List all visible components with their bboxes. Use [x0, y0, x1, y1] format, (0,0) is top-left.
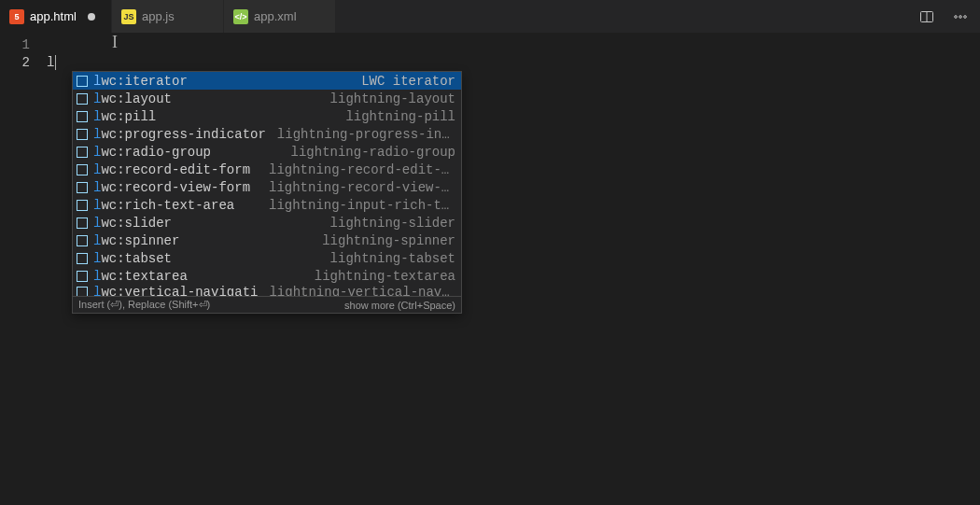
autocomplete-label: lwc:record-edit-form [93, 162, 250, 177]
autocomplete-label: lwc:tabset [93, 251, 172, 266]
autocomplete-detail: lightning-pill [345, 109, 455, 124]
tab-actions [907, 0, 980, 33]
autocomplete-hint-insert: Insert (⏎), Replace (Shift+⏎) [78, 299, 210, 311]
tab-app-xml[interactable]: </> app.xml [224, 0, 336, 33]
snippet-kind-icon [77, 164, 88, 175]
autocomplete-item[interactable]: lwc:rich-text-arealightning-input-rich-t… [73, 196, 461, 214]
snippet-kind-icon [77, 111, 88, 122]
code-line: lI [47, 54, 980, 72]
autocomplete-label: lwc:progress-indicator [93, 127, 266, 142]
autocomplete-detail: lightning-layout [330, 91, 455, 106]
text-cursor [55, 55, 56, 70]
autocomplete-item[interactable]: lwc:spinnerlightning-spinner [73, 231, 461, 249]
autocomplete-label: lwc:record-view-form [93, 180, 250, 195]
snippet-kind-icon [77, 182, 88, 193]
snippet-kind-icon [77, 200, 88, 211]
autocomplete-item[interactable]: lwc:tabsetlightning-tabset [73, 249, 461, 267]
autocomplete-detail: lightning-slider [330, 216, 455, 231]
autocomplete-status-bar: Insert (⏎), Replace (Shift+⏎)show more (… [73, 296, 461, 313]
tab-app-html[interactable]: 5 app.html [0, 0, 112, 33]
snippet-kind-icon [77, 235, 88, 246]
snippet-kind-icon [77, 271, 88, 282]
line-number: 2 [0, 54, 47, 72]
autocomplete-detail: lightning-spinner [322, 233, 455, 248]
autocomplete-hint-showmore[interactable]: show more (Ctrl+Space) [344, 300, 455, 311]
autocomplete-label: lwc:vertical-navigati [93, 285, 258, 296]
snippet-kind-icon [77, 217, 88, 229]
snippet-kind-icon [77, 76, 88, 87]
snippet-kind-icon [77, 129, 88, 140]
autocomplete-label: lwc:layout [93, 91, 172, 106]
split-editor-icon[interactable] [917, 7, 937, 27]
autocomplete-detail: lightning-input-rich-text [269, 198, 455, 213]
autocomplete-detail: lightning-progress-indica… [277, 127, 455, 142]
autocomplete-detail: lightning-tabset [330, 251, 455, 266]
autocomplete-label: lwc:textarea [93, 269, 188, 284]
autocomplete-item[interactable]: lwc:sliderlightning-slider [73, 214, 461, 231]
snippet-kind-icon [77, 93, 88, 105]
tab-bar: 5 app.html JS app.js </> app.xml [0, 0, 980, 33]
autocomplete-label: lwc:pill [93, 109, 156, 124]
autocomplete-item[interactable]: lwc:progress-indicatorlightning-progress… [73, 125, 461, 143]
snippet-kind-icon [77, 147, 88, 158]
autocomplete-item[interactable]: lwc:vertical-navigatilightning-vertical-… [73, 285, 461, 296]
js-file-icon: JS [121, 9, 136, 24]
autocomplete-label: lwc:spinner [93, 233, 179, 248]
more-actions-icon[interactable] [950, 7, 971, 27]
tab-label: app.xml [254, 9, 297, 23]
code-line [47, 36, 980, 54]
autocomplete-detail: lightning-textarea [315, 269, 455, 284]
snippet-kind-icon [77, 287, 88, 296]
svg-point-2 [955, 15, 958, 18]
xml-file-icon: </> [233, 9, 248, 24]
autocomplete-item[interactable]: lwc:textarealightning-textarea [73, 267, 461, 285]
autocomplete-label: lwc:radio-group [93, 145, 211, 160]
autocomplete-label: lwc:iterator [93, 74, 188, 89]
autocomplete-item[interactable]: lwc:record-edit-formlightning-record-edi… [73, 161, 461, 178]
autocomplete-item[interactable]: lwc:pilllightning-pill [73, 107, 461, 125]
autocomplete-item[interactable]: lwc:layoutlightning-layout [73, 90, 461, 107]
tab-label: app.js [142, 9, 175, 23]
autocomplete-detail: lightning-radio-group [291, 145, 455, 160]
snippet-kind-icon [77, 253, 88, 264]
line-number-gutter: 1 2 [0, 33, 47, 505]
autocomplete-label: lwc:rich-text-area [93, 198, 234, 213]
svg-point-3 [959, 15, 962, 18]
autocomplete-item[interactable]: lwc:record-view-formlightning-record-vie… [73, 178, 461, 196]
dirty-indicator-icon [88, 13, 95, 21]
line-number: 1 [0, 36, 47, 54]
autocomplete-item[interactable]: lwc:iteratorLWC iterator [73, 72, 461, 90]
autocomplete-detail: lightning-record-view-form [269, 180, 455, 195]
svg-point-4 [964, 15, 967, 18]
tab-app-js[interactable]: JS app.js [112, 0, 224, 33]
tab-label: app.html [30, 9, 77, 23]
html-file-icon: 5 [9, 9, 24, 24]
autocomplete-detail: lightning-vertical-navig… [269, 285, 455, 296]
autocomplete-popup: lwc:iteratorLWC iteratorlwc:layoutlightn… [72, 71, 462, 314]
autocomplete-detail: lightning-record-edit-form [269, 162, 455, 177]
autocomplete-item[interactable]: lwc:radio-grouplightning-radio-group [73, 143, 461, 161]
autocomplete-detail: LWC iterator [361, 74, 455, 89]
autocomplete-label: lwc:slider [93, 216, 172, 231]
